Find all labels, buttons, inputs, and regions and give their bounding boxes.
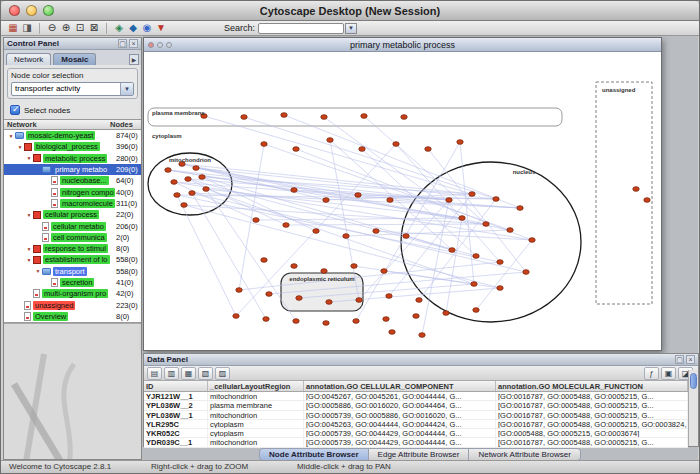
graph-node[interactable] (174, 193, 180, 198)
snapshot-icon[interactable]: ◨ (20, 22, 34, 35)
graph-node[interactable] (443, 311, 449, 316)
graph-node[interactable] (193, 166, 199, 171)
network-overview-icon[interactable]: ◈ (112, 22, 126, 35)
graph-node[interactable] (381, 269, 387, 274)
table-row[interactable]: YKR052Ccytoplasm[GO:0005739, GO:0044429,… (144, 429, 688, 438)
delete-attribute-icon[interactable]: ▨ (215, 367, 230, 380)
tree-row[interactable]: macromolecule311(0) (4, 198, 141, 209)
graph-node[interactable] (266, 292, 272, 297)
graph-node[interactable] (383, 317, 389, 322)
graph-node[interactable] (327, 138, 333, 143)
table-row[interactable]: YDR039C__1mitochondrion[GO:0005739, GO:0… (144, 438, 688, 447)
graph-node[interactable] (189, 191, 195, 196)
graph-node[interactable] (507, 228, 513, 233)
network-canvas-svg[interactable]: plasma membranecytoplasmmitochondrionnuc… (144, 52, 661, 350)
network-view-titlebar[interactable]: primary metabolic process (144, 38, 661, 52)
graph-node[interactable] (473, 308, 479, 313)
zoom-window-button[interactable] (43, 5, 54, 16)
graph-node[interactable] (326, 300, 332, 305)
graph-node[interactable] (171, 180, 177, 185)
color-attribute-select[interactable]: transporter activity ▼ (11, 82, 134, 96)
zoom-in-icon[interactable]: ⊕ (59, 22, 73, 35)
graph-node[interactable] (353, 319, 359, 324)
tree-row[interactable]: ▼response to stimul8(0) (4, 243, 141, 254)
graph-node[interactable] (449, 248, 455, 253)
column-header-annotation-go-cellular-component[interactable]: annotation.GO CELLULAR_COMPONENT (304, 381, 496, 391)
graph-node[interactable] (373, 229, 379, 234)
close-window-button[interactable] (9, 5, 20, 16)
graph-node[interactable] (529, 238, 535, 243)
tree-row[interactable]: ▼transport558(0) (4, 266, 141, 277)
graph-node[interactable] (469, 192, 475, 197)
tree-column-nodes[interactable]: Nodes (110, 120, 138, 129)
mosaic-grid-icon[interactable]: ▦ (6, 22, 20, 35)
graph-node[interactable] (416, 298, 422, 303)
graph-node[interactable] (389, 330, 395, 335)
attribute-matrix-icon[interactable]: ▧ (198, 367, 213, 380)
network-overview-thumbnail[interactable] (4, 323, 141, 459)
tree-column-network[interactable]: Network (7, 120, 37, 129)
close-panel-icon[interactable]: × (129, 39, 138, 48)
tab-scroll-right-icon[interactable]: ▶ (129, 54, 139, 65)
graph-node[interactable] (356, 298, 362, 303)
tree-row[interactable]: nucleobase...64(0) (4, 175, 141, 186)
tree-expander-icon[interactable]: ▼ (34, 268, 42, 274)
graph-node[interactable] (359, 147, 365, 152)
graph-node[interactable] (281, 113, 287, 118)
table-row[interactable]: YPL036W__1mitochondrion[GO:0005739, GO:0… (144, 411, 688, 420)
search-input[interactable] (258, 23, 344, 34)
column-header-annotation-go-molecular-function[interactable]: annotation.GO MOLECULAR_FUNCTION (496, 381, 688, 391)
graph-node[interactable] (644, 198, 650, 203)
zoom-out-icon[interactable]: ⊖ (45, 22, 59, 35)
tree-expander-icon[interactable]: ▼ (7, 133, 15, 139)
graph-node[interactable] (343, 234, 349, 239)
frame-minimize-icon[interactable] (157, 42, 163, 48)
graph-node[interactable] (293, 147, 299, 152)
graph-node[interactable] (199, 175, 205, 180)
graph-node[interactable] (425, 147, 431, 152)
tree-row[interactable]: cell communica2(0) (4, 232, 141, 243)
float-panel-icon[interactable]: ▢ (675, 355, 684, 364)
graph-node[interactable] (493, 197, 499, 202)
tree-row[interactable]: primary metabo209(0) (4, 164, 141, 175)
graph-node[interactable] (413, 314, 419, 319)
graph-node[interactable] (497, 260, 503, 265)
scrollbar-thumb[interactable] (690, 373, 697, 389)
graph-node[interactable] (321, 115, 327, 120)
tree-row[interactable]: ▼establishment of lo558(0) (4, 254, 141, 265)
graph-node[interactable] (393, 142, 399, 147)
graph-node[interactable] (236, 288, 242, 293)
frame-close-icon[interactable] (148, 42, 154, 48)
tree-row[interactable]: Overview8(0) (4, 311, 141, 322)
graph-node[interactable] (253, 218, 259, 223)
column-header-id[interactable]: ID (144, 381, 208, 391)
new-attribute-icon[interactable]: ▦ (181, 367, 196, 380)
tree-row[interactable]: cellular metabo206(0) (4, 220, 141, 231)
graph-node[interactable] (261, 258, 267, 263)
graph-node[interactable] (387, 198, 393, 203)
import-table-icon[interactable]: ▣ (661, 367, 676, 380)
table-row[interactable]: YPL036W__2plasma membrane[GO:0005886, GO… (144, 401, 688, 410)
tree-row[interactable]: nitrogen compo40(0) (4, 186, 141, 197)
graph-node[interactable] (401, 115, 407, 120)
graph-node[interactable] (523, 270, 529, 275)
tree-expander-icon[interactable]: ▼ (25, 212, 33, 218)
graph-node[interactable] (181, 203, 187, 208)
function-builder-icon[interactable]: ƒ (644, 367, 659, 380)
graph-node[interactable] (517, 206, 523, 211)
column-header--cellularlayoutregion[interactable]: _cellularLayoutRegion (208, 381, 304, 391)
select-attributes-icon[interactable]: ▤ (147, 367, 162, 380)
tree-row[interactable]: ▼cellular process22(0) (4, 209, 141, 220)
graph-node[interactable] (446, 198, 452, 203)
graph-node[interactable] (403, 234, 409, 239)
graph-node[interactable] (497, 286, 503, 291)
graph-node[interactable] (473, 254, 479, 259)
filter-icon[interactable]: ▼ (154, 22, 168, 35)
vizmapper-icon[interactable]: ◆ (126, 22, 140, 35)
graph-node[interactable] (313, 229, 319, 234)
graph-node[interactable] (457, 140, 463, 145)
graph-node[interactable] (471, 282, 477, 287)
tree-row[interactable]: secretion41(0) (4, 277, 141, 288)
graph-node[interactable] (203, 187, 209, 192)
graph-node[interactable] (291, 264, 297, 269)
